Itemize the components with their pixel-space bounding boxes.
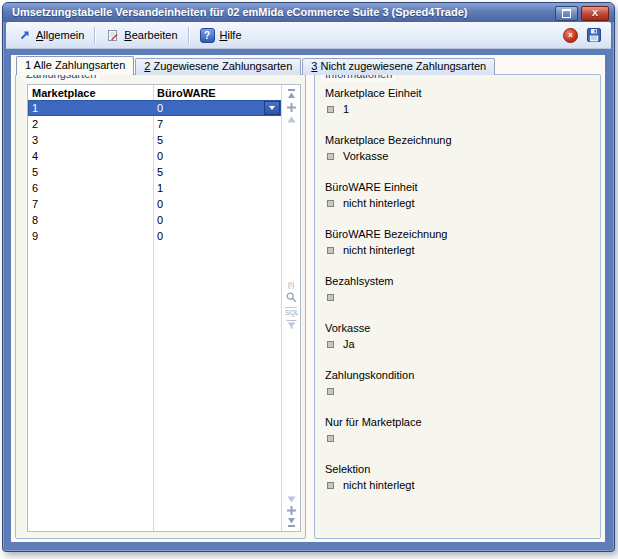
info-field-label: Zahlungskondition — [325, 368, 592, 383]
info-field-label: Marketplace Einheit — [325, 86, 592, 101]
page-up-icon[interactable] — [287, 116, 296, 123]
info-field-label: Selektion — [325, 462, 592, 477]
table-row[interactable]: 2 7 — [28, 116, 281, 132]
cell-buroware[interactable]: 0 — [153, 196, 281, 212]
hilfe-label: Hilfe — [220, 29, 242, 41]
info-field-label: BüroWARE Einheit — [325, 180, 592, 195]
close-icon: X — [592, 9, 598, 18]
table-row[interactable]: 3 5 — [28, 132, 281, 148]
info-field-label: Marketplace Bezeichnung — [325, 133, 592, 148]
cell-buroware[interactable]: 7 — [153, 116, 281, 132]
title-bar: Umsetzungstabelle Versandeinheiten für 0… — [3, 3, 614, 22]
info-field-label: Bezahlsystem — [325, 274, 592, 289]
cell-buroware[interactable]: 0 — [153, 100, 281, 116]
bullet-icon — [327, 153, 334, 160]
table-header: Marketplace BüroWARE — [28, 85, 300, 100]
bullet-icon — [327, 435, 334, 442]
cell-marketplace[interactable]: 2 — [28, 116, 153, 132]
tab-page: 1 Alle Zahlungsarten 2 Zugewiesene Zahlu… — [11, 55, 605, 542]
cell-buroware[interactable]: 1 — [153, 180, 281, 196]
cell-marketplace[interactable]: 8 — [28, 212, 153, 228]
informationen-groupbox: Informationen Marketplace Einheit 1 Mark… — [314, 74, 601, 539]
info-field: Marketplace Bezeichnung Vorkasse — [325, 133, 592, 180]
info-field-value: nicht hinterlegt — [343, 243, 415, 257]
bullet-icon — [327, 388, 334, 395]
search-icon[interactable] — [286, 292, 297, 303]
allgemein-label: Allgemein — [36, 29, 84, 41]
info-field-label: BüroWARE Bezeichnung — [325, 227, 592, 242]
column-header-marketplace[interactable]: Marketplace — [28, 87, 153, 99]
page-down-icon[interactable] — [287, 496, 296, 503]
info-field-value: 1 — [343, 102, 349, 116]
table-row[interactable]: 5 5 — [28, 164, 281, 180]
app-window: Umsetzungstabelle Versandeinheiten für 0… — [2, 2, 615, 552]
close-button[interactable]: X — [581, 6, 609, 21]
save-icon[interactable] — [587, 28, 601, 42]
restore-button[interactable] — [555, 6, 578, 21]
info-field: BüroWARE Einheit nicht hinterlegt — [325, 180, 592, 227]
table-row[interactable]: 4 0 — [28, 148, 281, 164]
cell-marketplace[interactable]: 4 — [28, 148, 153, 164]
table-row[interactable]: 7 0 — [28, 196, 281, 212]
cell-buroware[interactable]: 5 — [153, 164, 281, 180]
cell-marketplace[interactable]: 6 — [28, 180, 153, 196]
toolbar: Allgemein Bearbeiten ? Hilfe x — [6, 22, 611, 49]
cell-marketplace[interactable]: 5 — [28, 164, 153, 180]
info-field: Bezahlsystem — [325, 274, 592, 321]
restore-icon — [562, 9, 571, 18]
tab-alle-zahlungsarten[interactable]: 1 Alle Zahlungsarten — [16, 56, 134, 75]
bullet-icon — [327, 341, 334, 348]
zahlungsarten-table: Marketplace BüroWARE 1 0 2 7 3 5 4 0 5 5… — [27, 84, 301, 532]
move-up-icon[interactable] — [287, 103, 296, 112]
cell-buroware[interactable]: 0 — [153, 228, 281, 244]
info-field-label: Vorkasse — [325, 321, 592, 336]
table-body: 1 0 2 7 3 5 4 0 5 5 6 1 7 0 8 0 9 0 — [28, 100, 281, 531]
bearbeiten-button[interactable]: Bearbeiten — [100, 26, 183, 45]
info-field-value: nicht hinterlegt — [343, 196, 415, 210]
info-field: BüroWARE Bezeichnung nicht hinterlegt — [325, 227, 592, 274]
cell-marketplace[interactable]: 1 — [28, 100, 153, 116]
cell-marketplace[interactable]: 9 — [28, 228, 153, 244]
scroll-to-bottom-icon[interactable] — [287, 518, 296, 528]
window-title: Umsetzungstabelle Versandeinheiten für 0… — [12, 6, 467, 18]
bullet-icon — [327, 200, 334, 207]
table-row[interactable]: 6 1 — [28, 180, 281, 196]
hilfe-button[interactable]: ? Hilfe — [194, 25, 248, 46]
cancel-icon[interactable]: x — [563, 28, 578, 43]
info-field: Zahlungskondition — [325, 368, 592, 415]
grid-nav-strip: (I) SQL — [281, 85, 300, 531]
sql-filter-icon[interactable]: SQL — [285, 307, 297, 317]
filter-icon[interactable] — [286, 320, 297, 330]
help-icon: ? — [200, 28, 215, 43]
cell-marketplace[interactable]: 7 — [28, 196, 153, 212]
cell-buroware[interactable]: 0 — [153, 148, 281, 164]
info-field: Selektion nicht hinterlegt — [325, 462, 592, 509]
allgemein-button[interactable]: Allgemein — [13, 26, 90, 44]
table-row[interactable]: 1 0 — [28, 100, 281, 116]
scroll-to-top-icon[interactable] — [287, 89, 296, 99]
move-down-icon[interactable] — [287, 506, 296, 515]
cell-buroware[interactable]: 5 — [153, 132, 281, 148]
chevron-down-icon — [269, 106, 275, 110]
tab-zugewiesene-zahlungsarten[interactable]: 2 Zugewiesene Zahlungsarten — [135, 58, 301, 75]
cell-marketplace[interactable]: 3 — [28, 132, 153, 148]
toolbar-separator — [188, 27, 190, 44]
bullet-icon — [327, 247, 334, 254]
table-row[interactable]: 9 0 — [28, 228, 281, 244]
column-header-buroware[interactable]: BüroWARE — [153, 87, 300, 99]
info-fields: Marketplace Einheit 1 Marketplace Bezeic… — [325, 86, 592, 509]
bearbeiten-label: Bearbeiten — [124, 29, 177, 41]
bullet-icon — [327, 482, 334, 489]
arrow-ne-icon — [19, 29, 31, 41]
info-field-value: Vorkasse — [343, 149, 388, 163]
edit-document-icon — [106, 29, 119, 42]
bullet-icon — [327, 106, 334, 113]
table-row[interactable]: 8 0 — [28, 212, 281, 228]
tab-nicht-zugewiesene-zahlungsarten[interactable]: 3 Nicht zugewiesene Zahlungsarten — [302, 58, 495, 75]
info-field: Vorkasse Ja — [325, 321, 592, 368]
toolbar-separator — [94, 27, 96, 44]
column-width-icon[interactable]: (I) — [282, 281, 300, 289]
info-field-label: Nur für Marketplace — [325, 415, 592, 430]
dropdown-button[interactable] — [264, 101, 280, 115]
cell-buroware[interactable]: 0 — [153, 212, 281, 228]
